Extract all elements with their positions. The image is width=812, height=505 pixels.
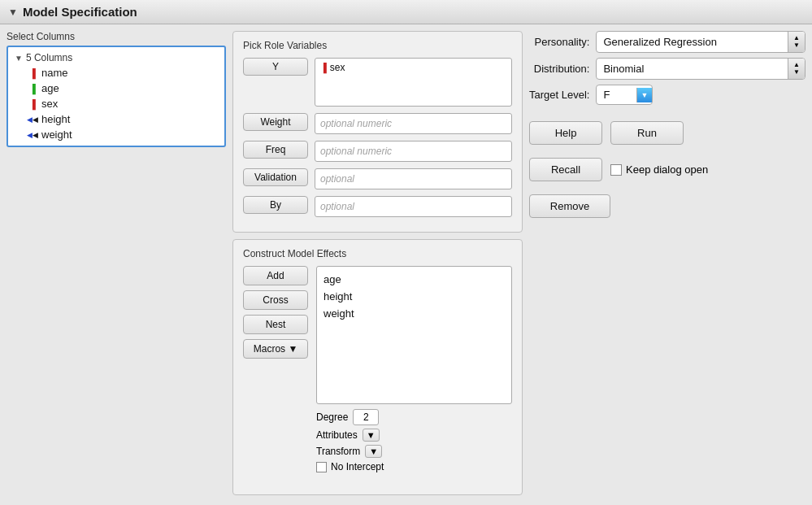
role-row-freq: Freq optional numeric [243, 141, 512, 162]
red-bar-icon [28, 99, 37, 109]
recall-button[interactable]: Recall [529, 158, 602, 181]
personality-value: Generalized Regression [597, 33, 788, 51]
no-intercept-label: No Intercept [331, 461, 384, 472]
freq-placeholder: optional numeric [320, 146, 392, 157]
tree-group: ▼ 5 Columns [11, 50, 221, 65]
by-placeholder: optional [320, 201, 354, 212]
main-content: Select Columns ▼ 5 Columns name age sex [0, 24, 812, 502]
degree-label: Degree [316, 411, 348, 423]
column-sex-label: sex [41, 98, 58, 110]
green-bar-icon [28, 84, 37, 94]
right-panel: Personality: Generalized Regression ▲ ▼ … [529, 31, 805, 495]
weight-role-input[interactable]: optional numeric [315, 113, 512, 134]
distribution-dropdown[interactable]: Binomial ▲ ▼ [596, 58, 805, 80]
freq-role-input[interactable]: optional numeric [315, 141, 512, 162]
transform-arrow-icon: ▼ [369, 446, 378, 456]
personality-label: Personality: [529, 36, 589, 48]
list-item[interactable]: ◀ weight [24, 127, 221, 142]
target-level-arrow-icon[interactable]: ▼ [636, 88, 653, 102]
remove-row: Remove [529, 194, 805, 218]
role-variables-box: Pick Role Variables Y sex Weight optiona… [232, 31, 523, 233]
construct-buttons: Add Cross Nest Macros ▼ [243, 266, 308, 472]
no-intercept-row: No Intercept [316, 461, 512, 472]
keep-dialog-label: Keep dialog open [626, 163, 708, 176]
tree-group-arrow-icon[interactable]: ▼ [15, 54, 23, 63]
distribution-arrow-icon[interactable]: ▲ ▼ [788, 59, 805, 79]
degree-input[interactable] [353, 409, 379, 425]
no-intercept-checkbox[interactable] [316, 462, 327, 472]
tree-items: name age sex ◀ height ◀ weight [11, 65, 221, 142]
construct-model-title: Construct Model Effects [243, 248, 512, 259]
dialog-title: Model Specification [23, 5, 137, 19]
macros-button[interactable]: Macros ▼ [243, 339, 308, 359]
list-item[interactable]: sex [24, 96, 221, 111]
column-name-label: name [41, 67, 68, 79]
y-role-value: sex [320, 62, 345, 73]
distribution-label: Distribution: [529, 63, 589, 75]
add-button[interactable]: Add [243, 266, 308, 285]
keep-dialog-row: Keep dialog open [610, 163, 708, 176]
list-item[interactable]: age [24, 81, 221, 96]
select-columns-title: Select Columns [7, 31, 226, 42]
column-height-label: height [41, 113, 70, 125]
y-role-button[interactable]: Y [243, 58, 308, 76]
validation-placeholder: optional [320, 173, 354, 185]
blue-tri-icon: ◀ [28, 115, 37, 124]
pick-role-title: Pick Role Variables [243, 40, 512, 51]
construct-inner: Add Cross Nest Macros ▼ age height weigh… [243, 266, 512, 472]
freq-role-button[interactable]: Freq [243, 141, 308, 159]
attributes-arrow-icon: ▼ [367, 430, 376, 440]
weight-role-button[interactable]: Weight [243, 113, 308, 131]
weight-placeholder: optional numeric [320, 118, 392, 129]
role-row-weight: Weight optional numeric [243, 113, 512, 134]
by-role-button[interactable]: By [243, 196, 308, 214]
effect-item-height: height [323, 289, 505, 306]
target-level-value: F [597, 85, 636, 104]
column-weight-label: weight [41, 128, 72, 141]
middle-panel: Pick Role Variables Y sex Weight optiona… [232, 31, 523, 495]
list-item[interactable]: ◀ height [24, 111, 221, 127]
y-role-input[interactable]: sex [315, 58, 512, 107]
remove-button[interactable]: Remove [529, 194, 610, 218]
effects-list[interactable]: age height weight [316, 266, 512, 404]
validation-role-input[interactable]: optional [315, 168, 512, 189]
target-level-label: Target Level: [529, 89, 589, 101]
nest-button[interactable]: Nest [243, 315, 308, 334]
degree-row: Degree [316, 409, 512, 425]
column-age-label: age [41, 82, 59, 94]
help-run-row: Help Run [529, 121, 805, 145]
blue-tri-icon: ◀ [28, 130, 37, 140]
transform-row: Transform ▼ [316, 445, 512, 458]
validation-role-button[interactable]: Validation [243, 168, 308, 186]
distribution-value: Binomial [597, 59, 788, 78]
sex-variable-icon [320, 62, 327, 73]
transform-dropdown[interactable]: ▼ [365, 445, 382, 458]
collapse-arrow-icon[interactable]: ▼ [8, 7, 18, 18]
by-role-input[interactable]: optional [315, 196, 512, 217]
keep-dialog-checkbox[interactable] [610, 164, 622, 176]
tree-group-label: 5 Columns [26, 52, 72, 63]
list-item[interactable]: name [24, 65, 221, 81]
role-row-y: Y sex [243, 58, 512, 107]
construct-model-box: Construct Model Effects Add Cross Nest M… [232, 239, 523, 495]
target-level-container: F ▼ [596, 85, 805, 105]
personality-dropdown[interactable]: Generalized Regression ▲ ▼ [596, 31, 805, 53]
red-bar-icon [28, 68, 37, 78]
recall-row: Recall Keep dialog open [529, 158, 805, 181]
left-panel: Select Columns ▼ 5 Columns name age sex [7, 31, 226, 495]
column-list: ▼ 5 Columns name age sex ◀ heig [7, 46, 226, 147]
personality-arrow-icon[interactable]: ▲ ▼ [788, 32, 805, 52]
title-bar: ▼ Model Specification [0, 0, 812, 24]
cross-button[interactable]: Cross [243, 290, 308, 310]
run-button[interactable]: Run [610, 121, 684, 145]
effect-item-age: age [323, 272, 505, 289]
role-row-validation: Validation optional [243, 168, 512, 189]
attributes-row: Attributes ▼ [316, 429, 512, 442]
attributes-dropdown[interactable]: ▼ [363, 429, 380, 442]
help-button[interactable]: Help [529, 121, 602, 145]
effect-item-weight: weight [323, 306, 505, 323]
role-row-by: By optional [243, 196, 512, 217]
transform-label: Transform [316, 446, 360, 457]
target-level-dropdown[interactable]: F ▼ [596, 85, 653, 105]
settings-grid: Personality: Generalized Regression ▲ ▼ … [529, 31, 805, 105]
